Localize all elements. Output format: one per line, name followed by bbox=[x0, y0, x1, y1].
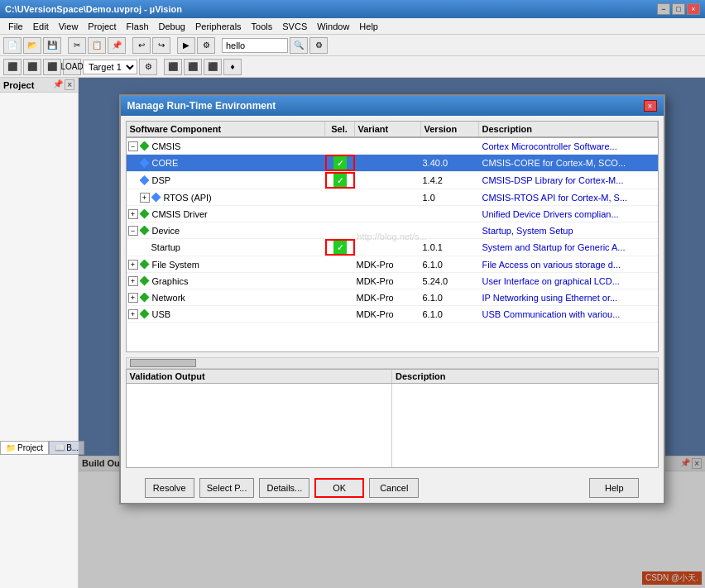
cell-component-graphics: + Graphics bbox=[127, 275, 325, 287]
help-button[interactable]: Help bbox=[589, 478, 639, 498]
cell-version-cmsis-driver bbox=[421, 213, 479, 215]
expand-cmsis-icon[interactable]: − bbox=[128, 141, 138, 151]
scroll-thumb[interactable] bbox=[130, 359, 196, 367]
new-file-button[interactable]: 📄 bbox=[3, 37, 22, 54]
rebuild-button[interactable]: ⚙ bbox=[197, 37, 215, 54]
menu-svcs[interactable]: SVCS bbox=[277, 21, 312, 32]
link-cmsis-driver[interactable]: Unified Device Drivers complian... bbox=[482, 209, 619, 219]
col-description: Description bbox=[479, 122, 658, 136]
menu-edit[interactable]: Edit bbox=[28, 21, 54, 32]
checkbox-startup[interactable] bbox=[333, 241, 347, 254]
panel-tabs: 📁 Project 📖 B... bbox=[0, 441, 84, 455]
redo-button[interactable]: ↪ bbox=[152, 37, 170, 54]
tab-project-text: Project bbox=[17, 443, 43, 452]
horizontal-scrollbar[interactable] bbox=[126, 357, 659, 369]
left-panel: Project 📌 × bbox=[0, 78, 79, 588]
expand-usb-icon[interactable]: + bbox=[128, 309, 138, 319]
maximize-button[interactable]: □ bbox=[672, 3, 685, 15]
menu-window[interactable]: Window bbox=[312, 21, 354, 32]
undo-button[interactable]: ↩ bbox=[132, 37, 151, 54]
validation-description-label: Description bbox=[392, 370, 658, 383]
expand-graphics-icon[interactable]: + bbox=[128, 276, 138, 286]
cell-sel-startup[interactable] bbox=[325, 239, 355, 256]
link-filesystem[interactable]: File Access on various storage d... bbox=[482, 260, 621, 270]
cell-variant-filesystem: MDK-Pro bbox=[355, 259, 421, 270]
toolbar2-btn5[interactable]: ⬛ bbox=[184, 59, 202, 75]
toolbar2-btn3[interactable]: ⬛ bbox=[43, 59, 61, 75]
main-area: Project 📌 × Manage Run-Time Environment … bbox=[0, 78, 705, 588]
close-button[interactable]: × bbox=[687, 3, 700, 15]
menu-tools[interactable]: Tools bbox=[247, 21, 278, 32]
menu-flash[interactable]: Flash bbox=[122, 21, 154, 32]
cut-button[interactable]: ✂ bbox=[68, 37, 86, 54]
close-panel-button[interactable]: × bbox=[65, 79, 74, 90]
search-button[interactable]: 🔍 bbox=[290, 37, 308, 54]
link-core[interactable]: CMSIS-CORE for Cortex-M, SCO... bbox=[482, 158, 626, 168]
paste-button[interactable]: 📌 bbox=[108, 37, 126, 54]
dialog-close-button[interactable]: × bbox=[644, 100, 657, 112]
link-device[interactable]: Startup, System Setup bbox=[482, 226, 573, 236]
expand-cmsis-driver-icon[interactable]: + bbox=[128, 209, 138, 219]
menu-view[interactable]: View bbox=[54, 21, 84, 32]
toolbar2-btn4[interactable]: ⬛ bbox=[164, 59, 182, 75]
link-rtos[interactable]: CMSIS-RTOS API for Cortex-M, S... bbox=[482, 193, 628, 203]
menu-debug[interactable]: Debug bbox=[154, 21, 190, 32]
expand-filesystem-icon[interactable]: + bbox=[128, 260, 138, 270]
table-row[interactable]: CORE 3.40.0 CMSIS-CORE for Cortex-M, SCO… bbox=[127, 155, 658, 172]
table-row: + USB MDK-Pro 6.1.0 USB Communication wi… bbox=[127, 306, 658, 323]
cell-component-rtos: + RTOS (API) bbox=[127, 192, 325, 203]
ok-button[interactable]: OK bbox=[314, 478, 364, 498]
cell-variant-cmsis bbox=[355, 146, 421, 147]
details-button[interactable]: Details... bbox=[259, 478, 309, 498]
link-graphics[interactable]: User Interface on graphical LCD... bbox=[482, 276, 620, 286]
cell-sel-dsp[interactable] bbox=[325, 172, 355, 189]
search-input[interactable]: hello bbox=[222, 38, 288, 53]
validation-output-label: Validation Output bbox=[127, 370, 393, 383]
link-usb[interactable]: USB Communication with variou... bbox=[482, 309, 621, 319]
window-title: C:\UVersionSpace\Demo.uvproj - µVision bbox=[5, 4, 182, 14]
pin-icon[interactable]: 📌 bbox=[53, 79, 63, 90]
menu-project[interactable]: Project bbox=[83, 21, 121, 32]
cell-sel-core[interactable] bbox=[325, 155, 355, 171]
tab-project[interactable]: 📁 Project bbox=[0, 441, 49, 455]
tab-project-label: 📁 bbox=[6, 443, 16, 452]
target-combo[interactable]: Target 1 bbox=[83, 60, 137, 74]
expand-rtos-icon[interactable]: + bbox=[140, 193, 150, 203]
resolve-button[interactable]: Resolve bbox=[145, 478, 194, 498]
toolbar2-btn1[interactable]: ⬛ bbox=[3, 59, 22, 75]
table-row: + CMSIS Driver Unified Device Drivers co… bbox=[127, 206, 658, 222]
menu-file[interactable]: File bbox=[3, 21, 28, 32]
toolbar2-btn7[interactable]: ♦ bbox=[223, 59, 242, 75]
menu-peripherals[interactable]: Peripherals bbox=[190, 21, 247, 32]
cell-variant-graphics: MDK-Pro bbox=[355, 275, 421, 287]
cell-component-startup: Startup bbox=[127, 241, 325, 253]
settings-button[interactable]: ⚙ bbox=[309, 37, 328, 54]
expand-network-icon[interactable]: + bbox=[128, 293, 138, 303]
menu-help[interactable]: Help bbox=[354, 21, 383, 32]
select-p-button[interactable]: Select P... bbox=[199, 478, 255, 498]
toolbar2-btn2[interactable]: ⬛ bbox=[23, 59, 41, 75]
checkbox-core[interactable] bbox=[333, 156, 347, 170]
link-cmsis[interactable]: Cortex Microcontroller Software... bbox=[482, 141, 617, 151]
toolbar2-btn6[interactable]: ⬛ bbox=[204, 59, 222, 75]
label-cmsis: CMSIS bbox=[152, 141, 181, 151]
link-startup[interactable]: System and Startup for Generic A... bbox=[482, 242, 626, 252]
build-button[interactable]: ▶ bbox=[177, 37, 195, 54]
cancel-button[interactable]: Cancel bbox=[369, 478, 419, 498]
copy-button[interactable]: 📋 bbox=[88, 37, 106, 54]
save-button[interactable]: 💾 bbox=[43, 37, 61, 54]
link-network[interactable]: IP Networking using Ethernet or... bbox=[482, 293, 618, 303]
table-body: − CMSIS Cortex Microcontroller Software.… bbox=[127, 138, 658, 347]
target-settings-button[interactable]: ⚙ bbox=[139, 59, 157, 75]
label-rtos: RTOS (API) bbox=[164, 193, 212, 203]
table-row: + File System MDK-Pro 6.1.0 File Access … bbox=[127, 256, 658, 273]
expand-device-icon[interactable]: − bbox=[128, 226, 138, 236]
load-button[interactable]: LOAD bbox=[63, 59, 81, 75]
minimize-button[interactable]: − bbox=[657, 3, 670, 15]
open-file-button[interactable]: 📂 bbox=[23, 37, 41, 54]
project-panel-header: Project 📌 × bbox=[0, 78, 78, 93]
link-dsp[interactable]: CMSIS-DSP Library for Cortex-M... bbox=[482, 175, 624, 185]
cell-variant-usb: MDK-Pro bbox=[355, 308, 421, 320]
label-filesystem: File System bbox=[152, 260, 199, 270]
checkbox-dsp[interactable] bbox=[333, 174, 347, 187]
